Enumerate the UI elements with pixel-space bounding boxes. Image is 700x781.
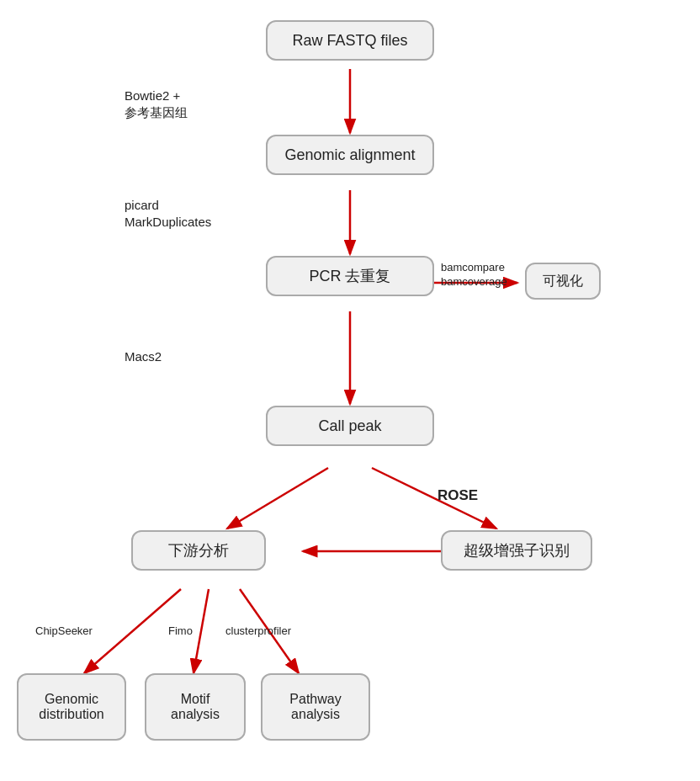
motif-analysis-label: Motif analysis (171, 692, 220, 722)
super-enhancer-label: 超级增强子识别 (464, 540, 570, 561)
svg-line-9 (194, 589, 209, 673)
visualization-box: 可视化 (525, 263, 601, 300)
super-enhancer-box: 超级增强子识别 (441, 530, 592, 571)
pathway-analysis-box: Pathway analysis (261, 673, 370, 741)
pcr-dedup-label: PCR 去重复 (309, 266, 390, 286)
svg-line-5 (227, 468, 328, 529)
clusterprofiler-label: clusterprofiler (225, 624, 291, 639)
downstream-label: 下游分析 (168, 540, 229, 561)
bamcompare-label: bamcompare bamcoverage (441, 261, 507, 290)
bowtie2-label: Bowtie2 + 参考基因组 (125, 88, 188, 120)
genomic-dist-label: Genomic distribution (39, 692, 103, 722)
rose-label: ROSE (438, 486, 478, 505)
pathway-analysis-label: Pathway analysis (289, 692, 341, 722)
arrows-svg (0, 0, 700, 781)
genomic-alignment-label: Genomic alignment (284, 146, 415, 164)
visualization-label: 可视化 (543, 273, 583, 290)
genomic-alignment-box: Genomic alignment (266, 135, 434, 175)
call-peak-box: Call peak (266, 406, 434, 446)
raw-fastq-box: Raw FASTQ files (266, 20, 434, 61)
macs2-label: Macs2 (125, 348, 162, 365)
fimo-label: Fimo (168, 624, 193, 639)
raw-fastq-label: Raw FASTQ files (292, 32, 407, 50)
call-peak-label: Call peak (318, 417, 381, 435)
chipseeker-label: ChipSeeker (35, 624, 93, 639)
motif-analysis-box: Motif analysis (145, 673, 246, 741)
diagram: Raw FASTQ files Bowtie2 + 参考基因组 Genomic … (0, 0, 700, 781)
picard-label: picard MarkDuplicates (125, 197, 211, 230)
downstream-box: 下游分析 (131, 530, 266, 571)
svg-line-8 (84, 589, 181, 673)
genomic-dist-box: Genomic distribution (17, 673, 126, 741)
pcr-dedup-box: PCR 去重复 (266, 256, 434, 296)
